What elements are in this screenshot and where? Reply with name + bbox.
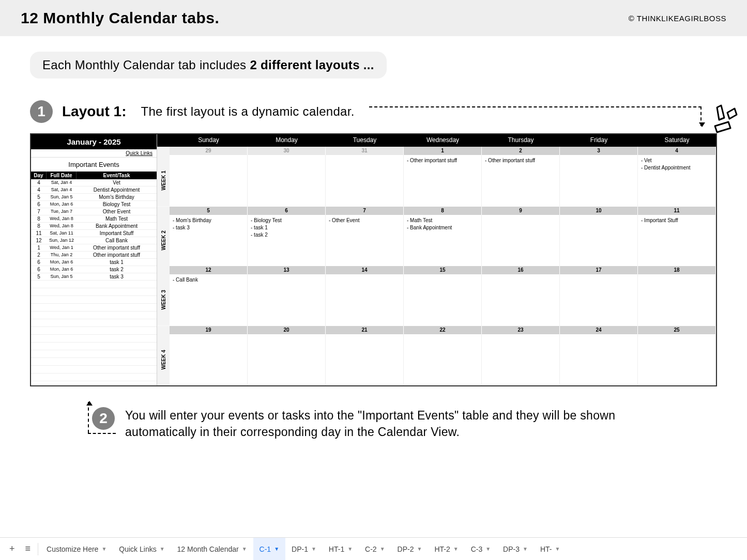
event-row[interactable]: 6Mon, Jan 6task 2 (31, 266, 157, 273)
sheet-tab[interactable]: 12 Month Calendar▼ (171, 538, 253, 561)
empty-row[interactable] (31, 296, 157, 304)
date-cell[interactable]: 19 (170, 326, 248, 334)
calendar-cell[interactable] (638, 274, 716, 326)
calendar-cell[interactable] (560, 274, 638, 326)
calendar-cell[interactable] (326, 274, 404, 326)
calendar-cell[interactable] (560, 215, 638, 267)
calendar-cell[interactable] (482, 274, 560, 326)
calendar-cell[interactable]: - Other important stuff (404, 155, 482, 207)
calendar-cell[interactable]: - Other important stuff (482, 155, 560, 207)
sheet-tab[interactable]: C-1▼ (253, 538, 285, 561)
calendar-cell[interactable]: - Vet - Dentist Appointment (638, 155, 716, 207)
date-cell[interactable]: 9 (482, 207, 560, 215)
date-cell[interactable]: 11 (638, 207, 716, 215)
date-cell[interactable]: 13 (248, 266, 326, 274)
event-row[interactable]: 8Wed, Jan 8Math Test (31, 215, 157, 223)
empty-row[interactable] (31, 381, 157, 385)
event-row[interactable]: 5Sun, Jan 5task 3 (31, 273, 157, 281)
sheet-tab[interactable]: C-2▼ (359, 538, 391, 561)
calendar-cell[interactable] (326, 155, 404, 207)
event-row[interactable]: 12Sun, Jan 12Call Bank (31, 237, 157, 244)
calendar-cell[interactable] (404, 334, 482, 386)
calendar-cell[interactable] (248, 155, 326, 207)
sheet-tab[interactable]: HT-▼ (534, 538, 566, 561)
event-row[interactable]: 6Mon, Jan 6task 1 (31, 259, 157, 266)
sheet-tab[interactable]: HT-1▼ (323, 538, 359, 561)
calendar-cell[interactable] (170, 155, 248, 207)
empty-row[interactable] (31, 288, 157, 296)
calendar-cell[interactable] (170, 334, 248, 386)
empty-row[interactable] (31, 366, 157, 374)
calendar-cell[interactable] (482, 334, 560, 386)
empty-row[interactable] (31, 343, 157, 350)
calendar-cell[interactable] (248, 334, 326, 386)
date-cell[interactable]: 29 (170, 147, 248, 155)
date-cell[interactable]: 7 (326, 207, 404, 215)
date-cell[interactable]: 8 (404, 207, 482, 215)
date-cell[interactable]: 4 (638, 147, 716, 155)
calendar-cell[interactable] (326, 334, 404, 386)
calendar-cell[interactable] (560, 155, 638, 207)
sheet-tab[interactable]: DP-3▼ (497, 538, 534, 561)
empty-row[interactable] (31, 304, 157, 312)
date-cell[interactable]: 16 (482, 266, 560, 274)
calendar-cell[interactable] (560, 334, 638, 386)
event-row[interactable]: 11Sat, Jan 11Important Stuff (31, 230, 157, 237)
calendar-cell[interactable]: - Mom's Birthday - task 3 (170, 215, 248, 267)
add-sheet-button[interactable]: + (4, 543, 20, 554)
calendar-cell[interactable]: - Math Test - Bank Appointment (404, 215, 482, 267)
calendar-cell[interactable]: - Biology Test - task 1 - task 2 (248, 215, 326, 267)
date-cell[interactable]: 3 (560, 147, 638, 155)
date-cell[interactable]: 14 (326, 266, 404, 274)
date-cell[interactable]: 22 (404, 326, 482, 334)
event-row[interactable]: 6Mon, Jan 6Biology Test (31, 201, 157, 208)
event-row[interactable]: 1Wed, Jan 1Other important stuff (31, 244, 157, 252)
event-row[interactable]: 5Sun, Jan 5Mom's Birthday (31, 194, 157, 201)
date-cell[interactable]: 5 (170, 207, 248, 215)
empty-row[interactable] (31, 319, 157, 327)
date-cell[interactable]: 10 (560, 207, 638, 215)
event-row[interactable]: 4Sat, Jan 4Vet (31, 179, 157, 186)
calendar-cell[interactable] (248, 274, 326, 326)
date-cell[interactable]: 1 (404, 147, 482, 155)
date-cell[interactable]: 18 (638, 266, 716, 274)
event-row[interactable]: 2Thu, Jan 2Other important stuff (31, 252, 157, 259)
date-cell[interactable]: 31 (326, 147, 404, 155)
calendar-cell[interactable]: - Important Stuff (638, 215, 716, 267)
sheet-tab[interactable]: DP-1▼ (285, 538, 323, 561)
calendar-cell[interactable] (404, 274, 482, 326)
date-cell[interactable]: 6 (248, 207, 326, 215)
date-cell[interactable]: 21 (326, 326, 404, 334)
event-row[interactable]: 7Tue, Jan 7Other Event (31, 208, 157, 215)
empty-row[interactable] (31, 335, 157, 343)
all-sheets-button[interactable]: ≡ (20, 543, 36, 554)
calendar-cell[interactable] (638, 334, 716, 386)
date-cell[interactable]: 23 (482, 326, 560, 334)
date-cell[interactable]: 12 (170, 266, 248, 274)
empty-row[interactable] (31, 281, 157, 288)
sheet-tab[interactable]: Quick Links▼ (113, 538, 171, 561)
sheet-tab[interactable]: C-3▼ (465, 538, 497, 561)
empty-row[interactable] (31, 312, 157, 319)
date-cell[interactable]: 24 (560, 326, 638, 334)
empty-row[interactable] (31, 327, 157, 335)
calendar-cell[interactable]: - Call Bank (170, 274, 248, 326)
empty-row[interactable] (31, 374, 157, 381)
date-cell[interactable]: 2 (482, 147, 560, 155)
date-cell[interactable]: 15 (404, 266, 482, 274)
date-cell[interactable]: 30 (248, 147, 326, 155)
events-table-body[interactable]: 4Sat, Jan 4Vet4Sat, Jan 4Dentist Appoint… (31, 179, 157, 385)
empty-row[interactable] (31, 350, 157, 358)
sheet-tab[interactable]: Customize Here▼ (40, 538, 113, 561)
calendar-cell[interactable]: - Other Event (326, 215, 404, 267)
date-cell[interactable]: 17 (560, 266, 638, 274)
date-cell[interactable]: 25 (638, 326, 716, 334)
empty-row[interactable] (31, 358, 157, 366)
date-cell[interactable]: 20 (248, 326, 326, 334)
quick-links-link[interactable]: Quick Links (31, 149, 157, 158)
event-row[interactable]: 8Wed, Jan 8Bank Appointment (31, 223, 157, 230)
sheet-tab[interactable]: HT-2▼ (428, 538, 464, 561)
sheet-tab[interactable]: DP-2▼ (391, 538, 429, 561)
event-row[interactable]: 4Sat, Jan 4Dentist Appointment (31, 186, 157, 194)
calendar-cell[interactable] (482, 215, 560, 267)
